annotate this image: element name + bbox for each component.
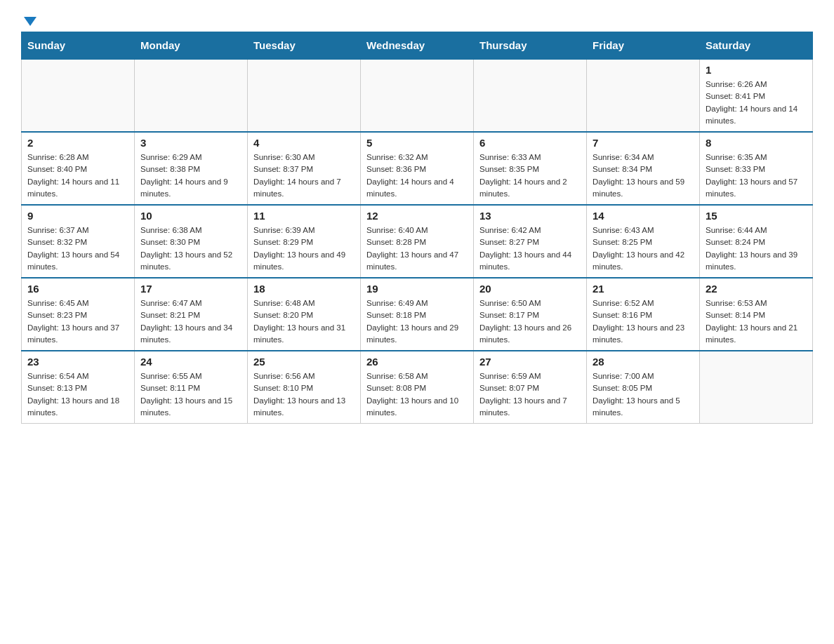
day-info: Sunrise: 6:44 AMSunset: 8:24 PMDaylight:… (706, 224, 807, 273)
day-info: Sunrise: 6:33 AMSunset: 8:35 PMDaylight:… (479, 152, 581, 200)
day-info: Sunrise: 6:58 AMSunset: 8:08 PMDaylight:… (366, 370, 468, 419)
day-number: 25 (253, 356, 355, 368)
calendar-day-cell: 21Sunrise: 6:52 AMSunset: 8:16 PMDayligh… (587, 278, 700, 351)
day-info: Sunrise: 6:53 AMSunset: 8:14 PMDaylight:… (706, 297, 807, 346)
day-info: Sunrise: 6:32 AMSunset: 8:36 PMDaylight:… (366, 152, 468, 200)
day-of-week-header: Sunday (22, 32, 135, 60)
calendar-day-cell: 26Sunrise: 6:58 AMSunset: 8:08 PMDayligh… (361, 351, 474, 424)
day-info: Sunrise: 6:42 AMSunset: 8:27 PMDaylight:… (479, 224, 581, 273)
day-info: Sunrise: 6:48 AMSunset: 8:20 PMDaylight:… (253, 297, 355, 346)
calendar-day-cell: 24Sunrise: 6:55 AMSunset: 8:11 PMDayligh… (135, 351, 248, 424)
day-of-week-header: Wednesday (361, 32, 474, 60)
calendar-day-cell (474, 59, 587, 132)
day-info: Sunrise: 6:37 AMSunset: 8:32 PMDaylight:… (27, 224, 128, 273)
day-number: 3 (140, 137, 241, 149)
day-number: 26 (366, 356, 468, 368)
day-number: 13 (479, 210, 581, 222)
calendar-day-cell: 28Sunrise: 7:00 AMSunset: 8:05 PMDayligh… (587, 351, 700, 424)
calendar-day-cell: 19Sunrise: 6:49 AMSunset: 8:18 PMDayligh… (361, 278, 474, 351)
calendar-week-row: 9Sunrise: 6:37 AMSunset: 8:32 PMDaylight… (22, 205, 813, 278)
day-number: 18 (253, 283, 355, 295)
day-number: 2 (27, 137, 128, 149)
day-of-week-header: Saturday (700, 32, 813, 60)
day-info: Sunrise: 6:35 AMSunset: 8:33 PMDaylight:… (706, 152, 807, 200)
day-info: Sunrise: 6:59 AMSunset: 8:07 PMDaylight:… (479, 370, 581, 419)
calendar-day-cell: 25Sunrise: 6:56 AMSunset: 8:10 PMDayligh… (248, 351, 361, 424)
day-info: Sunrise: 6:28 AMSunset: 8:40 PMDaylight:… (27, 152, 128, 200)
day-number: 11 (253, 210, 355, 222)
calendar-day-cell (700, 351, 813, 424)
calendar-day-cell: 18Sunrise: 6:48 AMSunset: 8:20 PMDayligh… (248, 278, 361, 351)
logo (21, 14, 37, 25)
calendar-day-cell: 12Sunrise: 6:40 AMSunset: 8:28 PMDayligh… (361, 205, 474, 278)
day-info: Sunrise: 6:34 AMSunset: 8:34 PMDaylight:… (593, 152, 694, 200)
day-number: 6 (479, 137, 581, 149)
calendar-day-cell: 27Sunrise: 6:59 AMSunset: 8:07 PMDayligh… (474, 351, 587, 424)
calendar-day-cell: 16Sunrise: 6:45 AMSunset: 8:23 PMDayligh… (22, 278, 135, 351)
page-header (21, 14, 813, 25)
calendar-week-row: 16Sunrise: 6:45 AMSunset: 8:23 PMDayligh… (22, 278, 813, 351)
calendar-day-cell: 2Sunrise: 6:28 AMSunset: 8:40 PMDaylight… (22, 132, 135, 205)
day-number: 19 (366, 283, 468, 295)
day-number: 27 (479, 356, 581, 368)
calendar-day-cell: 1Sunrise: 6:26 AMSunset: 8:41 PMDaylight… (700, 59, 813, 132)
calendar-day-cell (248, 59, 361, 132)
calendar-week-row: 23Sunrise: 6:54 AMSunset: 8:13 PMDayligh… (22, 351, 813, 424)
day-number: 22 (706, 283, 807, 295)
day-number: 21 (593, 283, 694, 295)
calendar-day-cell: 9Sunrise: 6:37 AMSunset: 8:32 PMDaylight… (22, 205, 135, 278)
day-number: 4 (253, 137, 355, 149)
calendar-day-cell: 20Sunrise: 6:50 AMSunset: 8:17 PMDayligh… (474, 278, 587, 351)
day-info: Sunrise: 6:50 AMSunset: 8:17 PMDaylight:… (479, 297, 581, 346)
day-info: Sunrise: 6:52 AMSunset: 8:16 PMDaylight:… (593, 297, 694, 346)
day-number: 10 (140, 210, 241, 222)
day-info: Sunrise: 6:43 AMSunset: 8:25 PMDaylight:… (593, 224, 694, 273)
day-number: 9 (27, 210, 128, 222)
day-number: 7 (593, 137, 694, 149)
day-info: Sunrise: 6:55 AMSunset: 8:11 PMDaylight:… (140, 370, 241, 419)
calendar-day-cell (587, 59, 700, 132)
day-number: 16 (27, 283, 128, 295)
calendar-day-cell: 4Sunrise: 6:30 AMSunset: 8:37 PMDaylight… (248, 132, 361, 205)
day-number: 5 (366, 137, 468, 149)
calendar-day-cell: 7Sunrise: 6:34 AMSunset: 8:34 PMDaylight… (587, 132, 700, 205)
day-of-week-header: Monday (135, 32, 248, 60)
calendar-day-cell: 11Sunrise: 6:39 AMSunset: 8:29 PMDayligh… (248, 205, 361, 278)
day-number: 20 (479, 283, 581, 295)
calendar-day-cell: 14Sunrise: 6:43 AMSunset: 8:25 PMDayligh… (587, 205, 700, 278)
day-info: Sunrise: 6:30 AMSunset: 8:37 PMDaylight:… (253, 152, 355, 200)
day-number: 23 (27, 356, 128, 368)
calendar-day-cell: 8Sunrise: 6:35 AMSunset: 8:33 PMDaylight… (700, 132, 813, 205)
day-number: 12 (366, 210, 468, 222)
calendar-day-cell: 6Sunrise: 6:33 AMSunset: 8:35 PMDaylight… (474, 132, 587, 205)
day-info: Sunrise: 6:39 AMSunset: 8:29 PMDaylight:… (253, 224, 355, 273)
day-info: Sunrise: 7:00 AMSunset: 8:05 PMDaylight:… (593, 370, 694, 419)
day-info: Sunrise: 6:54 AMSunset: 8:13 PMDaylight:… (27, 370, 128, 419)
day-of-week-header: Friday (587, 32, 700, 60)
day-info: Sunrise: 6:56 AMSunset: 8:10 PMDaylight:… (253, 370, 355, 419)
day-info: Sunrise: 6:29 AMSunset: 8:38 PMDaylight:… (140, 152, 241, 200)
calendar-day-cell: 13Sunrise: 6:42 AMSunset: 8:27 PMDayligh… (474, 205, 587, 278)
day-number: 24 (140, 356, 241, 368)
calendar-week-row: 1Sunrise: 6:26 AMSunset: 8:41 PMDaylight… (22, 59, 813, 132)
logo-triangle-icon (24, 17, 37, 26)
calendar-day-cell: 17Sunrise: 6:47 AMSunset: 8:21 PMDayligh… (135, 278, 248, 351)
calendar-day-cell: 3Sunrise: 6:29 AMSunset: 8:38 PMDaylight… (135, 132, 248, 205)
calendar-header-row: SundayMondayTuesdayWednesdayThursdayFrid… (22, 32, 813, 60)
calendar-day-cell: 23Sunrise: 6:54 AMSunset: 8:13 PMDayligh… (22, 351, 135, 424)
calendar-week-row: 2Sunrise: 6:28 AMSunset: 8:40 PMDaylight… (22, 132, 813, 205)
day-info: Sunrise: 6:47 AMSunset: 8:21 PMDaylight:… (140, 297, 241, 346)
day-of-week-header: Thursday (474, 32, 587, 60)
calendar-day-cell: 15Sunrise: 6:44 AMSunset: 8:24 PMDayligh… (700, 205, 813, 278)
day-info: Sunrise: 6:38 AMSunset: 8:30 PMDaylight:… (140, 224, 241, 273)
day-number: 17 (140, 283, 241, 295)
calendar-day-cell (135, 59, 248, 132)
calendar-day-cell: 10Sunrise: 6:38 AMSunset: 8:30 PMDayligh… (135, 205, 248, 278)
day-number: 8 (706, 137, 807, 149)
day-number: 28 (593, 356, 694, 368)
day-info: Sunrise: 6:49 AMSunset: 8:18 PMDaylight:… (366, 297, 468, 346)
day-number: 14 (593, 210, 694, 222)
day-info: Sunrise: 6:45 AMSunset: 8:23 PMDaylight:… (27, 297, 128, 346)
calendar-table: SundayMondayTuesdayWednesdayThursdayFrid… (21, 32, 813, 424)
day-info: Sunrise: 6:40 AMSunset: 8:28 PMDaylight:… (366, 224, 468, 273)
